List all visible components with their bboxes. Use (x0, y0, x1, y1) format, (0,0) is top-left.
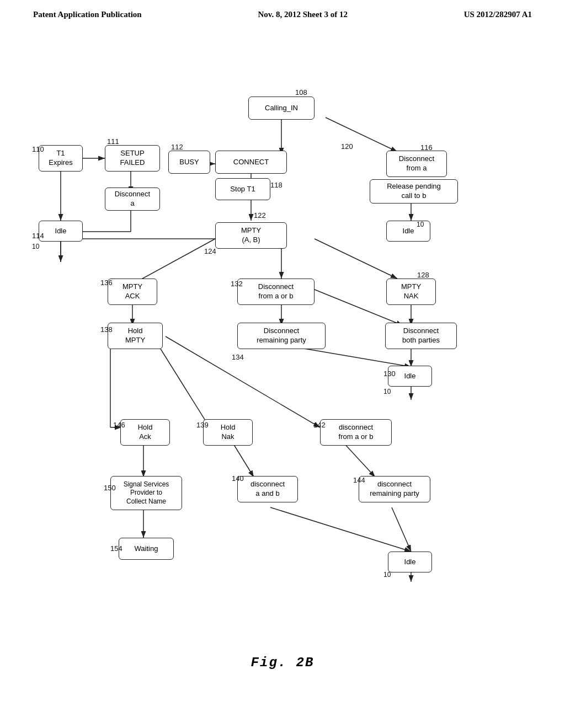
num-144: 144 (353, 476, 365, 484)
num-136: 136 (100, 279, 113, 287)
svg-text:124: 124 (204, 247, 216, 255)
num-150: 150 (104, 484, 116, 492)
num-10-final: 10 (383, 571, 391, 579)
num-142: 142 (313, 421, 326, 429)
node-mpty-nak-label: MPTYNAK (401, 282, 421, 301)
node-connect: CONNECT (215, 151, 287, 174)
node-disconnect-from-a-top-label: Disconnectfrom a (399, 154, 434, 173)
node-busy-label: BUSY (179, 158, 199, 167)
node-stop-t1: Stop T1 (215, 178, 270, 200)
node-mpty-ab: MPTY(A, B) (215, 222, 287, 249)
num-138: 138 (100, 325, 113, 334)
node-idle-left: Idle (39, 221, 83, 242)
svg-line-17 (315, 239, 397, 279)
num-116: 116 (420, 143, 433, 152)
num-128: 128 (417, 271, 429, 279)
num-132: 132 (231, 280, 243, 288)
fig-caption-text: Fig. 2B (251, 655, 315, 670)
node-idle-top-right-label: Idle (403, 227, 414, 236)
node-disconnect-from-ab2: disconnectfrom a or b (320, 419, 392, 446)
node-disconnect-from-a-top: Disconnectfrom a (386, 151, 447, 177)
node-hold-ack-label: HoldAck (138, 423, 153, 442)
node-disconnect-both: Disconnectboth parties (385, 323, 457, 349)
num-10-bottom: 10 (383, 388, 391, 395)
diagram-arrows: 118 120 122 124 (0, 25, 565, 687)
node-idle-bottom-label: Idle (404, 558, 416, 567)
header-center: Nov. 8, 2012 Sheet 3 of 12 (258, 10, 348, 19)
num-10-left: 10 (32, 243, 39, 250)
node-mpty-ack-label: MPTYACK (122, 282, 142, 301)
node-setup-failed-label: SETUPFAILED (120, 149, 145, 168)
figure-caption: Fig. 2B (251, 655, 315, 670)
node-disconnect-remaining: Disconnectremaining party (237, 323, 326, 349)
node-disconnect-a: Disconnecta (105, 188, 160, 211)
node-release-pending: Release pendingcall to b (370, 179, 458, 204)
node-hold-nak: HoldNak (203, 419, 253, 446)
svg-line-33 (270, 507, 411, 552)
svg-line-30 (232, 441, 254, 477)
node-disconnect-from-ab2-label: disconnectfrom a or b (339, 423, 374, 442)
num-140: 140 (232, 474, 244, 483)
svg-text:118: 118 (270, 181, 282, 189)
header-left: Patent Application Publication (33, 10, 142, 19)
node-disconnect-remaining2: disconnectremaining party (359, 476, 430, 502)
num-134: 134 (232, 353, 244, 361)
node-mpty-ab-label: MPTY(A, B) (241, 226, 261, 245)
node-disconnect-from-ab-label: Disconnectfrom a or b (258, 282, 294, 301)
node-signal-services: Signal ServicesProvider toCollect Name (110, 476, 182, 510)
node-disconnect-ab-label: disconnecta and b (250, 480, 285, 499)
node-hold-ack: HoldAck (120, 419, 170, 446)
svg-text:120: 120 (341, 142, 353, 151)
node-idle-bottom: Idle (388, 552, 432, 572)
num-108: 108 (295, 88, 307, 97)
node-busy: BUSY (168, 151, 210, 174)
node-disconnect-a-label: Disconnecta (115, 190, 150, 208)
diagram-area: 118 120 122 124 Calling_IN 108 T1Expires… (0, 25, 565, 687)
node-calling-in: Calling_IN (248, 97, 315, 120)
node-hold-nak-label: HoldNak (221, 423, 236, 442)
node-setup-failed: SETUPFAILED (105, 145, 160, 172)
svg-line-27 (154, 339, 210, 427)
node-disconnect-ab: disconnecta and b (237, 476, 298, 502)
node-hold-mpty-label: HoldMPTY (125, 326, 145, 345)
node-disconnect-both-label: Disconnectboth parties (402, 326, 440, 345)
num-154: 154 (110, 544, 122, 553)
node-mpty-ack: MPTYACK (108, 279, 157, 305)
num-114: 114 (32, 232, 44, 240)
svg-line-15 (132, 239, 215, 284)
node-disconnect-from-ab: Disconnectfrom a or b (237, 279, 315, 305)
num-130: 130 (383, 370, 396, 378)
node-idle-130-label: Idle (404, 372, 416, 381)
num-10-right: 10 (417, 221, 424, 228)
svg-line-28 (166, 336, 320, 427)
node-stop-t1-label: Stop T1 (230, 185, 255, 194)
node-t1-expires-label: T1Expires (49, 149, 72, 168)
svg-text:122: 122 (254, 211, 266, 220)
header-right: US 2012/282907 A1 (464, 10, 532, 19)
node-signal-services-label: Signal ServicesProvider toCollect Name (124, 480, 169, 506)
node-mpty-nak: MPTYNAK (386, 279, 436, 305)
num-146: 146 (113, 421, 125, 429)
num-112: 112 (171, 143, 183, 151)
node-waiting: Waiting (119, 538, 174, 560)
node-connect-label: CONNECT (233, 158, 269, 167)
node-calling-in-label: Calling_IN (265, 104, 298, 113)
node-disconnect-remaining-label: Disconnectremaining party (257, 326, 306, 345)
num-111: 111 (107, 137, 119, 146)
node-hold-mpty: HoldMPTY (108, 323, 163, 349)
svg-line-34 (392, 507, 411, 552)
svg-line-7 (326, 117, 397, 152)
node-waiting-label: Waiting (135, 544, 158, 554)
num-139: 139 (196, 421, 209, 429)
node-t1-expires: T1Expires (39, 145, 83, 172)
node-release-pending-label: Release pendingcall to b (387, 182, 441, 201)
page-header: Patent Application Publication Nov. 8, 2… (0, 0, 565, 19)
node-idle-left-label: Idle (55, 227, 67, 236)
node-disconnect-remaining2-label: disconnectremaining party (370, 480, 419, 499)
svg-line-31 (342, 441, 375, 477)
num-110: 110 (32, 145, 44, 153)
